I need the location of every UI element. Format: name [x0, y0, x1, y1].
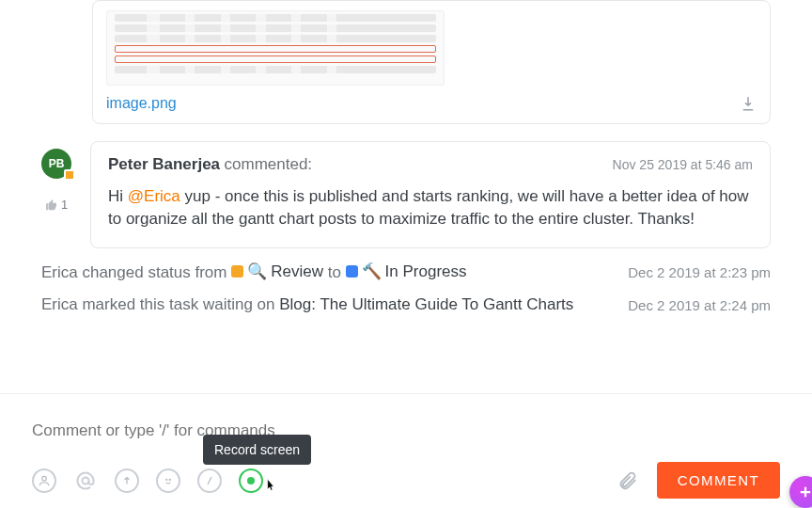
composer-toolbar	[32, 468, 263, 493]
tooltip-record-screen: Record screen	[203, 435, 311, 465]
activity-verb: changed status from	[78, 263, 231, 281]
svg-point-3	[169, 479, 170, 480]
avatar-status-badge	[64, 169, 75, 181]
comment-verb: commented:	[225, 155, 313, 173]
status-to-label: In Progress	[385, 262, 467, 281]
status-from-label: Review	[271, 262, 323, 281]
submit-comment-button[interactable]: COMMENT	[657, 462, 780, 499]
attach-file-icon[interactable]	[617, 470, 638, 491]
activity-actor[interactable]: Erica	[41, 295, 78, 313]
comment-row: PB 1 Peter Banerjea commented: Nov 25 20…	[41, 141, 771, 248]
mention[interactable]: @Erica	[128, 187, 180, 205]
avatar[interactable]: PB	[41, 149, 71, 179]
svg-point-0	[42, 476, 47, 481]
activity-verb: marked this task waiting on	[78, 295, 279, 313]
slash-command-icon[interactable]	[197, 468, 222, 493]
svg-point-2	[166, 479, 167, 480]
cursor-pointer-icon	[263, 478, 278, 493]
comment-card: Peter Banerjea commented: Nov 25 2019 at…	[90, 141, 771, 248]
comment-text-prefix: Hi	[108, 187, 128, 205]
activity-time: Dec 2 2019 at 2:24 pm	[628, 297, 771, 313]
activity-waiting-on: Erica marked this task waiting on Blog: …	[41, 295, 771, 314]
emoji-icon[interactable]	[156, 468, 180, 493]
activity-time: Dec 2 2019 at 2:23 pm	[628, 264, 771, 280]
comment-timestamp: Nov 25 2019 at 5:46 am	[613, 157, 753, 172]
comment-composer: Record screen	[0, 393, 812, 508]
download-icon[interactable]	[740, 95, 757, 112]
comment-body: Hi @Erica yup - once this is published a…	[108, 185, 753, 230]
activity-actor[interactable]: Erica	[41, 263, 78, 281]
comment-text-suffix: yup - once this is published and starts …	[108, 187, 749, 228]
status-to: 🔨 In Progress	[346, 262, 467, 281]
attachment-card[interactable]: image.png	[92, 0, 771, 124]
mention-icon[interactable]	[73, 468, 98, 493]
activity-to-word: to	[328, 263, 346, 281]
record-screen-icon[interactable]	[239, 468, 263, 493]
assign-icon[interactable]	[32, 468, 56, 493]
task-detail-panel: image.png PB 1 Peter Banerjea commented:	[0, 0, 812, 508]
avatar-initials: PB	[49, 157, 65, 170]
svg-point-1	[83, 477, 89, 484]
comment-author[interactable]: Peter Banerjea	[108, 155, 220, 173]
status-color-blue	[346, 265, 358, 278]
attachment-filename[interactable]: image.png	[106, 95, 177, 112]
hammer-icon: 🔨	[362, 262, 382, 281]
comment-input[interactable]	[32, 402, 780, 456]
activity-status-change: Erica changed status from 🔍 Review to 🔨 …	[41, 262, 771, 282]
task-link-icon[interactable]	[115, 468, 139, 493]
like-button[interactable]: 1	[45, 198, 68, 212]
status-from: 🔍 Review	[231, 262, 323, 281]
like-count: 1	[61, 198, 68, 212]
activity-target-task[interactable]: Blog: The Ultimate Guide To Gantt Charts	[279, 295, 573, 313]
attachment-thumbnail[interactable]	[106, 10, 445, 86]
status-color-yellow	[231, 265, 243, 278]
magnify-icon: 🔍	[247, 262, 267, 281]
